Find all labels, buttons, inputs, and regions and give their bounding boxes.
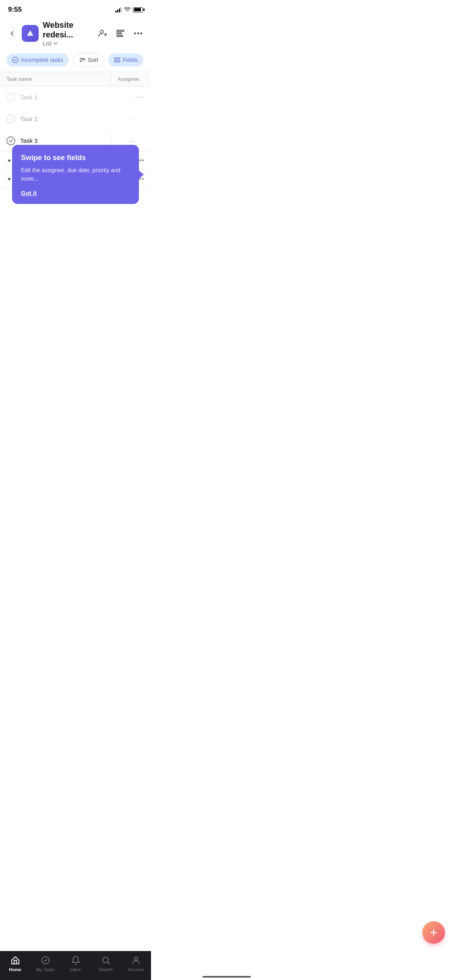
svg-point-9 (141, 33, 143, 35)
assignee-header: Assignee (111, 72, 151, 86)
task-checkbox[interactable] (6, 93, 15, 102)
wifi-icon (124, 7, 130, 12)
tooltip-title: Swipe to see fields (21, 154, 130, 162)
battery-icon (133, 7, 143, 12)
status-time: 9:55 (8, 6, 22, 14)
svg-point-7 (134, 33, 136, 35)
view-options-button[interactable] (114, 27, 127, 40)
header: Website redesi... List (0, 17, 151, 51)
table-row[interactable]: Task 1 – ••• (0, 86, 151, 108)
svg-rect-5 (117, 33, 122, 34)
svg-point-1 (100, 30, 103, 33)
header-actions (96, 27, 145, 40)
sort-button[interactable]: Sort (73, 53, 104, 67)
incomplete-tasks-filter[interactable]: Incomplete tasks (6, 54, 69, 66)
table-header: Task name Assignee (0, 72, 151, 86)
svg-marker-0 (27, 30, 33, 36)
check-icon (8, 138, 13, 143)
tooltip-box: Swipe to see fields Edit the assignee, d… (12, 145, 139, 204)
task-name-header: Task name (0, 72, 111, 86)
task-name: Task 2 (20, 115, 37, 122)
check-circle-icon (12, 57, 19, 63)
project-title: Website redesi... (43, 20, 92, 39)
signal-icon (115, 7, 122, 12)
todo-group: Task 1 – ••• Task 2 – Task 3 – (0, 86, 151, 152)
back-button[interactable] (6, 28, 18, 39)
incomplete-tasks-label: Incomplete tasks (21, 57, 63, 63)
task-name: Task 3 (20, 137, 37, 144)
more-options-button[interactable] (132, 27, 145, 40)
svg-marker-17 (8, 178, 11, 181)
task-checkbox[interactable] (6, 136, 15, 145)
view-type-selector[interactable]: List (43, 40, 92, 47)
table-row[interactable]: Task 2 – (0, 108, 151, 130)
add-person-button[interactable] (96, 27, 109, 40)
collapse-icon (6, 177, 12, 182)
fields-icon (114, 57, 120, 63)
assignee-cell: – (111, 89, 151, 105)
status-bar: 9:55 (0, 0, 151, 17)
chevron-down-icon (53, 41, 58, 46)
svg-rect-15 (114, 61, 120, 62)
app-icon (22, 25, 39, 42)
got-it-button[interactable]: Got it (21, 189, 37, 196)
sort-label: Sort (88, 57, 98, 63)
svg-rect-4 (117, 30, 124, 31)
sort-icon (79, 57, 85, 63)
task-name: Task 1 (20, 94, 37, 101)
svg-point-8 (137, 33, 139, 35)
view-type-label: List (43, 40, 52, 47)
filter-bar: Incomplete tasks Sort Fields (0, 51, 151, 72)
task-checkbox[interactable] (6, 115, 15, 124)
tooltip-body: Edit the assignee, due date, priority an… (21, 166, 130, 183)
assignee-cell: – (111, 111, 151, 127)
fields-label: Fields (123, 57, 138, 63)
fields-button[interactable]: Fields (108, 54, 143, 66)
collapse-icon (6, 158, 12, 164)
svg-marker-16 (8, 160, 11, 162)
header-title-block: Website redesi... List (43, 20, 92, 47)
task-more-button[interactable]: ••• (137, 94, 145, 101)
svg-rect-14 (114, 58, 120, 59)
svg-rect-6 (117, 35, 123, 37)
swipe-tooltip: Swipe to see fields Edit the assignee, d… (12, 145, 139, 204)
status-icons (115, 7, 143, 12)
